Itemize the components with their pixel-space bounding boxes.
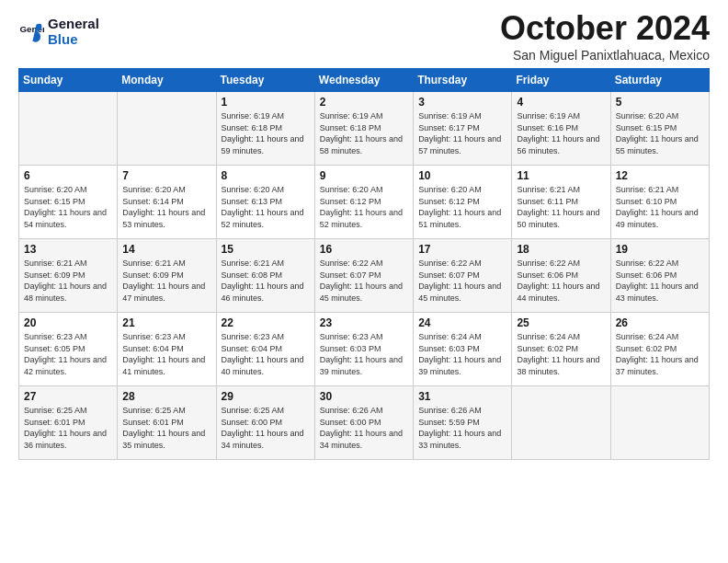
sunrise-text: Sunrise: 6:25 AMSunset: 6:01 PMDaylight:…	[122, 405, 210, 451]
sunrise-text: Sunrise: 6:23 AMSunset: 6:04 PMDaylight:…	[222, 331, 310, 377]
calendar-cell: 23Sunrise: 6:23 AMSunset: 6:03 PMDayligh…	[314, 313, 413, 386]
header-monday: Monday	[118, 69, 216, 92]
day-number: 3	[418, 96, 506, 109]
sunrise-text: Sunrise: 6:21 AMSunset: 6:11 PMDaylight:…	[517, 184, 605, 230]
sunrise-text: Sunrise: 6:20 AMSunset: 6:12 PMDaylight:…	[418, 184, 506, 230]
day-number: 30	[320, 390, 408, 403]
sunrise-text: Sunrise: 6:19 AMSunset: 6:17 PMDaylight:…	[418, 110, 506, 156]
sunrise-text: Sunrise: 6:19 AMSunset: 6:18 PMDaylight:…	[320, 110, 408, 156]
calendar-cell: 19Sunrise: 6:22 AMSunset: 6:06 PMDayligh…	[610, 239, 709, 313]
day-number: 12	[616, 169, 704, 182]
sunrise-text: Sunrise: 6:20 AMSunset: 6:12 PMDaylight:…	[320, 184, 408, 230]
day-number: 20	[24, 316, 112, 329]
title-block: October 2024 San Miguel Panixtlahuaca, M…	[500, 9, 710, 63]
sunrise-text: Sunrise: 6:24 AMSunset: 6:02 PMDaylight:…	[517, 331, 605, 377]
header-tuesday: Tuesday	[216, 69, 314, 92]
calendar-cell: 9Sunrise: 6:20 AMSunset: 6:12 PMDaylight…	[314, 166, 413, 239]
calendar-cell: 26Sunrise: 6:24 AMSunset: 6:02 PMDayligh…	[610, 313, 709, 386]
sunrise-text: Sunrise: 6:20 AMSunset: 6:15 PMDaylight:…	[24, 184, 112, 230]
calendar-cell: 22Sunrise: 6:23 AMSunset: 6:04 PMDayligh…	[216, 313, 314, 386]
header-friday: Friday	[512, 69, 610, 92]
day-number: 19	[616, 243, 704, 256]
calendar-cell	[512, 386, 610, 460]
week-row-5: 27Sunrise: 6:25 AMSunset: 6:01 PMDayligh…	[19, 386, 710, 460]
sunrise-text: Sunrise: 6:21 AMSunset: 6:08 PMDaylight:…	[222, 258, 310, 304]
week-row-3: 13Sunrise: 6:21 AMSunset: 6:09 PMDayligh…	[19, 239, 710, 313]
day-number: 2	[320, 96, 408, 109]
sunrise-text: Sunrise: 6:21 AMSunset: 6:09 PMDaylight:…	[122, 258, 210, 304]
logo-line2: Blue	[48, 32, 99, 48]
calendar-cell: 24Sunrise: 6:24 AMSunset: 6:03 PMDayligh…	[414, 313, 512, 386]
calendar-cell: 7Sunrise: 6:20 AMSunset: 6:14 PMDaylight…	[118, 166, 216, 239]
day-number: 31	[418, 390, 506, 403]
calendar-cell: 2Sunrise: 6:19 AMSunset: 6:18 PMDaylight…	[314, 92, 413, 166]
calendar-cell: 12Sunrise: 6:21 AMSunset: 6:10 PMDayligh…	[610, 166, 709, 239]
day-number: 9	[320, 169, 408, 182]
calendar-cell: 29Sunrise: 6:25 AMSunset: 6:00 PMDayligh…	[216, 386, 314, 460]
calendar-cell: 3Sunrise: 6:19 AMSunset: 6:17 PMDaylight…	[414, 92, 512, 166]
week-row-4: 20Sunrise: 6:23 AMSunset: 6:05 PMDayligh…	[19, 313, 710, 386]
sunrise-text: Sunrise: 6:26 AMSunset: 6:00 PMDaylight:…	[320, 405, 408, 451]
day-number: 7	[122, 169, 210, 182]
day-number: 26	[616, 316, 704, 329]
sunrise-text: Sunrise: 6:23 AMSunset: 6:03 PMDaylight:…	[320, 331, 408, 377]
day-number: 24	[418, 316, 506, 329]
day-number: 27	[24, 390, 112, 403]
sunrise-text: Sunrise: 6:22 AMSunset: 6:07 PMDaylight:…	[320, 258, 408, 304]
week-row-1: 1Sunrise: 6:19 AMSunset: 6:18 PMDaylight…	[19, 92, 710, 166]
day-number: 23	[320, 316, 408, 329]
calendar-cell: 31Sunrise: 6:26 AMSunset: 5:59 PMDayligh…	[414, 386, 512, 460]
calendar-cell: 1Sunrise: 6:19 AMSunset: 6:18 PMDaylight…	[216, 92, 314, 166]
sunrise-text: Sunrise: 6:20 AMSunset: 6:14 PMDaylight:…	[122, 184, 210, 230]
day-number: 10	[418, 169, 506, 182]
day-number: 4	[517, 96, 605, 109]
day-number: 17	[418, 243, 506, 256]
day-number: 18	[517, 243, 605, 256]
sunrise-text: Sunrise: 6:23 AMSunset: 6:04 PMDaylight:…	[122, 331, 210, 377]
header-sunday: Sunday	[19, 69, 118, 92]
month-title: October 2024	[500, 9, 710, 48]
day-number: 11	[517, 169, 605, 182]
calendar-cell: 13Sunrise: 6:21 AMSunset: 6:09 PMDayligh…	[19, 239, 118, 313]
header-saturday: Saturday	[610, 69, 709, 92]
calendar-cell: 4Sunrise: 6:19 AMSunset: 6:16 PMDaylight…	[512, 92, 610, 166]
day-number: 29	[222, 390, 310, 403]
calendar-cell: 25Sunrise: 6:24 AMSunset: 6:02 PMDayligh…	[512, 313, 610, 386]
sunrise-text: Sunrise: 6:24 AMSunset: 6:02 PMDaylight:…	[616, 331, 704, 377]
week-row-2: 6Sunrise: 6:20 AMSunset: 6:15 PMDaylight…	[19, 166, 710, 239]
calendar-cell: 20Sunrise: 6:23 AMSunset: 6:05 PMDayligh…	[19, 313, 118, 386]
logo: General General Blue	[18, 17, 99, 47]
sunrise-text: Sunrise: 6:20 AMSunset: 6:15 PMDaylight:…	[616, 110, 704, 156]
day-number: 13	[24, 243, 112, 256]
logo-icon: General	[18, 19, 44, 45]
calendar-cell: 11Sunrise: 6:21 AMSunset: 6:11 PMDayligh…	[512, 166, 610, 239]
calendar-cell: 17Sunrise: 6:22 AMSunset: 6:07 PMDayligh…	[414, 239, 512, 313]
day-number: 6	[24, 169, 112, 182]
location: San Miguel Panixtlahuaca, Mexico	[500, 48, 710, 63]
day-number: 25	[517, 316, 605, 329]
calendar-cell: 30Sunrise: 6:26 AMSunset: 6:00 PMDayligh…	[314, 386, 413, 460]
sunrise-text: Sunrise: 6:21 AMSunset: 6:09 PMDaylight:…	[24, 258, 112, 304]
calendar-cell: 27Sunrise: 6:25 AMSunset: 6:01 PMDayligh…	[19, 386, 118, 460]
day-number: 28	[122, 390, 210, 403]
header-wednesday: Wednesday	[314, 69, 413, 92]
sunrise-text: Sunrise: 6:24 AMSunset: 6:03 PMDaylight:…	[418, 331, 506, 377]
day-number: 14	[122, 243, 210, 256]
sunrise-text: Sunrise: 6:20 AMSunset: 6:13 PMDaylight:…	[222, 184, 310, 230]
sunrise-text: Sunrise: 6:23 AMSunset: 6:05 PMDaylight:…	[24, 331, 112, 377]
sunrise-text: Sunrise: 6:25 AMSunset: 6:00 PMDaylight:…	[222, 405, 310, 451]
calendar-cell: 18Sunrise: 6:22 AMSunset: 6:06 PMDayligh…	[512, 239, 610, 313]
sunrise-text: Sunrise: 6:21 AMSunset: 6:10 PMDaylight:…	[616, 184, 704, 230]
calendar-cell: 21Sunrise: 6:23 AMSunset: 6:04 PMDayligh…	[118, 313, 216, 386]
day-number: 15	[222, 243, 310, 256]
sunrise-text: Sunrise: 6:19 AMSunset: 6:16 PMDaylight:…	[517, 110, 605, 156]
day-number: 8	[222, 169, 310, 182]
sunrise-text: Sunrise: 6:22 AMSunset: 6:06 PMDaylight:…	[616, 258, 704, 304]
sunrise-text: Sunrise: 6:26 AMSunset: 5:59 PMDaylight:…	[418, 405, 506, 451]
day-number: 22	[222, 316, 310, 329]
calendar-cell: 8Sunrise: 6:20 AMSunset: 6:13 PMDaylight…	[216, 166, 314, 239]
sunrise-text: Sunrise: 6:22 AMSunset: 6:07 PMDaylight:…	[418, 258, 506, 304]
page-header: General General Blue October 2024 San Mi…	[18, 9, 710, 63]
header-thursday: Thursday	[414, 69, 512, 92]
calendar-cell: 10Sunrise: 6:20 AMSunset: 6:12 PMDayligh…	[414, 166, 512, 239]
